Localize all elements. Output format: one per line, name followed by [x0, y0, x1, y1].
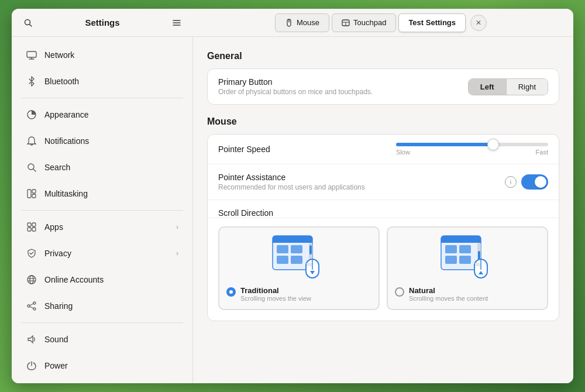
- radio-dot-inner: [229, 290, 233, 294]
- general-section-title: General: [207, 51, 559, 61]
- svg-point-28: [33, 302, 36, 304]
- titlebar: Settings Mouse: [12, 9, 573, 37]
- scroll-direction-row: Scroll Direction: [208, 200, 559, 218]
- sidebar-item-bluetooth[interactable]: Bluetooth: [16, 68, 188, 94]
- hamburger-icon[interactable]: [167, 13, 186, 32]
- svg-rect-55: [445, 256, 457, 264]
- separator-1: [21, 98, 183, 98]
- sidebar-item-power[interactable]: Power: [16, 353, 188, 379]
- pointer-assistance-subtitle: Recommended for most users and applicati…: [218, 183, 505, 191]
- general-card: Primary Button Order of physical buttons…: [207, 68, 559, 105]
- main-content: General Primary Button Order of physical…: [193, 37, 573, 383]
- svg-point-30: [33, 308, 36, 310]
- svg-rect-42: [277, 256, 288, 264]
- natural-subtitle: Scrolling moves the content: [409, 295, 488, 302]
- svg-rect-39: [273, 239, 312, 243]
- svg-line-32: [30, 307, 33, 308]
- scroll-options: Traditional Scrolling moves the view: [208, 218, 559, 321]
- svg-rect-18: [32, 190, 36, 193]
- pointer-assistance-row: Pointer Assistance Recommended for most …: [208, 164, 559, 200]
- left-button[interactable]: Left: [469, 79, 507, 95]
- svg-rect-22: [27, 228, 31, 231]
- primary-button-control: Left Right: [468, 78, 548, 95]
- slider-label-fast: Fast: [536, 149, 548, 156]
- svg-line-31: [30, 304, 33, 305]
- titlebar-title: Settings: [42, 18, 163, 27]
- sidebar-item-notifications[interactable]: Notifications: [16, 128, 188, 154]
- primary-button-title: Primary Button: [218, 77, 468, 87]
- mouse-card: Pointer Speed Slow Fast: [207, 134, 559, 321]
- natural-label: Natural: [409, 286, 488, 295]
- svg-point-15: [28, 164, 34, 170]
- separator-2: [21, 210, 183, 211]
- bluetooth-icon: [26, 75, 37, 87]
- svg-rect-43: [291, 256, 302, 264]
- sidebar-item-network[interactable]: Network: [16, 42, 188, 68]
- pointer-speed-control: Slow Fast: [396, 143, 548, 156]
- sidebar-item-displays[interactable]: Displays: [16, 379, 188, 383]
- radio-traditional[interactable]: [226, 287, 236, 297]
- svg-point-25: [30, 276, 33, 284]
- sidebar-item-apps[interactable]: Apps ›: [16, 214, 188, 240]
- multitasking-icon: [26, 188, 37, 200]
- apps-icon: [26, 221, 37, 233]
- svg-rect-23: [32, 228, 36, 231]
- pointer-assistance-toggle[interactable]: [521, 174, 548, 190]
- svg-point-29: [27, 305, 30, 307]
- svg-rect-56: [459, 256, 471, 264]
- settings-window: Settings Mouse: [12, 9, 573, 383]
- svg-line-1: [30, 24, 32, 26]
- sidebar-item-privacy[interactable]: Privacy ›: [16, 240, 188, 266]
- appearance-icon: [26, 109, 37, 121]
- pointer-speed-row: Pointer Speed Slow Fast: [208, 135, 559, 164]
- natural-illustration: [438, 235, 497, 281]
- privacy-chevron-icon: ›: [176, 249, 178, 257]
- slider-label-slow: Slow: [396, 149, 410, 156]
- sidebar: Network Bluetooth App: [12, 37, 193, 383]
- primary-button-group: Left Right: [468, 78, 548, 95]
- slider-fill: [396, 143, 490, 146]
- pointer-speed-slider[interactable]: Slow Fast: [396, 143, 548, 156]
- svg-rect-61: [475, 263, 480, 266]
- primary-button-row: Primary Button Order of physical buttons…: [208, 69, 559, 104]
- tab-mouse[interactable]: Mouse: [275, 13, 329, 32]
- titlebar-tabs: Mouse Touchpad Test Settings ✕: [193, 13, 573, 32]
- svg-rect-40: [277, 245, 288, 253]
- right-button[interactable]: Right: [507, 79, 548, 95]
- slider-thumb[interactable]: [487, 139, 499, 150]
- scroll-direction-title: Scroll Direction: [218, 208, 273, 218]
- svg-rect-11: [27, 51, 36, 57]
- content-area: Network Bluetooth App: [12, 37, 573, 383]
- primary-button-subtitle: Order of physical buttons on mice and to…: [218, 88, 468, 96]
- search-icon-btn[interactable]: [19, 13, 37, 32]
- svg-rect-45: [309, 245, 312, 255]
- svg-rect-20: [27, 223, 31, 226]
- online-accounts-icon: [26, 274, 37, 286]
- titlebar-left: Settings: [12, 13, 193, 32]
- scroll-option-natural[interactable]: Natural Scrolling moves the content: [387, 226, 548, 310]
- svg-point-24: [27, 276, 36, 284]
- svg-rect-21: [32, 223, 36, 226]
- sidebar-item-online-accounts[interactable]: Online Accounts: [16, 267, 188, 293]
- svg-rect-53: [445, 245, 457, 253]
- sidebar-item-sound[interactable]: Sound: [16, 326, 188, 352]
- info-icon[interactable]: i: [505, 176, 517, 188]
- close-button[interactable]: ✕: [470, 15, 487, 31]
- sharing-icon: [26, 300, 37, 312]
- separator-3: [21, 322, 183, 323]
- sidebar-item-sharing[interactable]: Sharing: [16, 293, 188, 319]
- svg-line-16: [33, 169, 36, 171]
- sidebar-item-search[interactable]: Search: [16, 154, 188, 180]
- tab-touchpad[interactable]: Touchpad: [332, 13, 396, 32]
- apps-chevron-icon: ›: [176, 223, 178, 231]
- privacy-icon: [26, 247, 37, 259]
- svg-rect-54: [459, 245, 471, 253]
- tab-test-settings[interactable]: Test Settings: [398, 13, 466, 32]
- sidebar-item-appearance[interactable]: Appearance: [16, 102, 188, 128]
- radio-natural[interactable]: [395, 287, 404, 297]
- svg-rect-17: [27, 190, 31, 198]
- sound-icon: [26, 333, 37, 345]
- scroll-option-traditional[interactable]: Traditional Scrolling moves the view: [218, 226, 380, 310]
- sidebar-item-multitasking[interactable]: Multitasking: [16, 181, 188, 207]
- svg-rect-48: [307, 263, 312, 266]
